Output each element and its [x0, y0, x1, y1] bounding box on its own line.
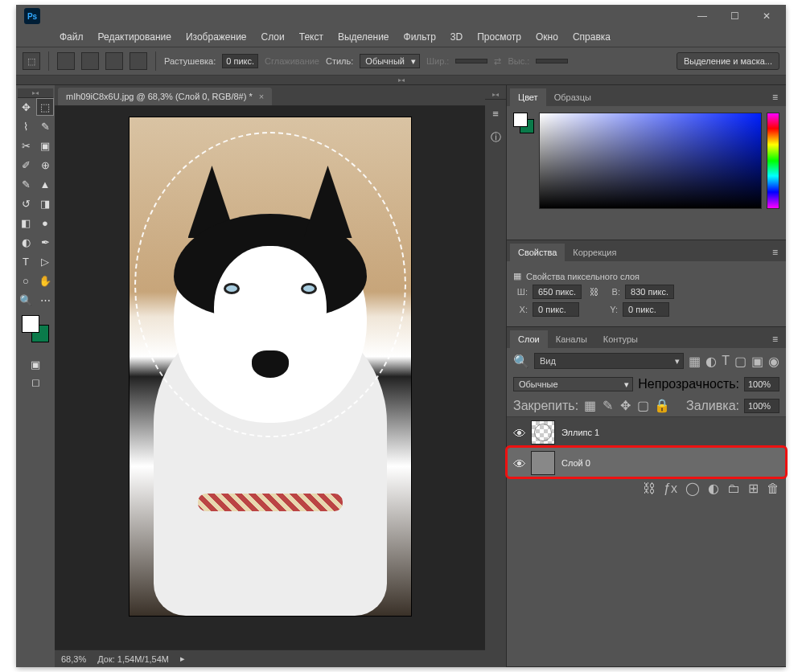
feather-input[interactable]: 0 пикс.	[222, 54, 258, 68]
tab-swatches[interactable]: Образцы	[546, 88, 599, 106]
minimize-button[interactable]: —	[686, 6, 718, 26]
color-swatches[interactable]	[22, 315, 49, 342]
screen-mode-toggle[interactable]: ◻	[27, 373, 44, 391]
tab-paths[interactable]: Контуры	[595, 330, 646, 348]
visibility-icon[interactable]: 👁	[513, 457, 524, 469]
hand-tool[interactable]: ✋	[36, 272, 54, 289]
history-brush-tool[interactable]: ↺	[17, 195, 35, 212]
filter-pixel-icon[interactable]: ▦	[689, 354, 701, 369]
zoom-level[interactable]: 68,3%	[61, 654, 86, 664]
menu-3d[interactable]: 3D	[444, 29, 469, 45]
foreground-color[interactable]	[22, 315, 39, 333]
info-panel-icon[interactable]: ⓘ	[488, 130, 503, 145]
type-tool[interactable]: T	[17, 252, 35, 270]
color-field[interactable]	[539, 113, 762, 209]
link-layers-icon[interactable]: ⛓	[643, 481, 656, 496]
options-collapse-handle[interactable]: ▸◂	[16, 76, 786, 85]
menu-window[interactable]: Окно	[529, 29, 565, 45]
quick-mask-toggle[interactable]: ▣	[27, 355, 44, 373]
panel-menu-icon[interactable]: ≡	[767, 330, 783, 348]
filter-smart-icon[interactable]: ▣	[751, 354, 763, 369]
status-menu-icon[interactable]: ▸	[180, 654, 185, 664]
selection-add-icon[interactable]	[81, 52, 99, 70]
picker-swatches[interactable]	[513, 113, 534, 133]
tab-channels[interactable]: Каналы	[548, 330, 595, 348]
maximize-button[interactable]: ☐	[718, 6, 751, 26]
brush-tool[interactable]: ✎	[17, 175, 35, 193]
tool-preset-picker[interactable]: ⬚	[23, 52, 40, 70]
selection-intersect-icon[interactable]	[130, 52, 147, 70]
fx-icon[interactable]: ƒx	[664, 481, 677, 496]
layer-name[interactable]: Эллипс 1	[561, 428, 599, 437]
group-icon[interactable]: 🗀	[727, 481, 740, 496]
menu-filter[interactable]: Фильтр	[397, 29, 442, 45]
doc-size[interactable]: Док: 1,54M/1,54M	[97, 654, 169, 664]
stamp-tool[interactable]: ▲	[36, 175, 54, 193]
menu-layers[interactable]: Слои	[255, 29, 291, 45]
visibility-icon[interactable]: 👁	[513, 427, 524, 438]
tab-properties[interactable]: Свойства	[510, 244, 565, 261]
crop-tool[interactable]: ✂	[17, 137, 35, 154]
menu-select[interactable]: Выделение	[331, 29, 396, 45]
lock-pixels-icon[interactable]: ▦	[583, 398, 596, 413]
lasso-tool[interactable]: ⌇	[17, 117, 35, 135]
filter-adjust-icon[interactable]: ◐	[705, 354, 717, 369]
close-tab-icon[interactable]: ×	[259, 92, 264, 101]
tab-adjustments[interactable]: Коррекция	[565, 244, 624, 261]
move-tool[interactable]: ✥	[17, 98, 35, 116]
opacity-input[interactable]: 100%	[744, 377, 779, 391]
menu-edit[interactable]: Редактирование	[92, 29, 178, 45]
prop-w-input[interactable]: 650 пикс.	[533, 285, 582, 299]
eyedropper-tool[interactable]: ✐	[17, 156, 35, 174]
heal-tool[interactable]: ⊕	[36, 156, 54, 174]
quick-select-tool[interactable]: ✎	[36, 117, 54, 135]
dodge-tool[interactable]: ◐	[17, 233, 35, 251]
blur-tool[interactable]: ●	[36, 214, 54, 232]
select-and-mask-button[interactable]: Выделение и маска...	[677, 52, 779, 70]
menu-view[interactable]: Просмотр	[471, 29, 528, 45]
menu-image[interactable]: Изображение	[179, 29, 253, 45]
frame-tool[interactable]: ▣	[36, 137, 54, 154]
document[interactable]	[130, 117, 411, 616]
selection-subtract-icon[interactable]	[105, 52, 123, 70]
style-select[interactable]: Обычный	[360, 54, 420, 68]
eraser-tool[interactable]: ◨	[36, 195, 54, 212]
history-panel-icon[interactable]: ≡	[488, 108, 503, 122]
prop-x-input[interactable]: 0 пикс.	[533, 302, 579, 317]
filter-shape-icon[interactable]: ▢	[734, 354, 746, 369]
canvas[interactable]	[55, 106, 485, 649]
menu-file[interactable]: Файл	[53, 29, 90, 45]
path-select-tool[interactable]: ▷	[36, 252, 54, 270]
zoom-tool[interactable]: 🔍	[17, 291, 35, 309]
adjustment-layer-icon[interactable]: ◐	[708, 481, 719, 496]
color-picker[interactable]	[513, 113, 779, 233]
panel-menu-icon[interactable]: ≡	[767, 88, 783, 106]
prop-h-input[interactable]: 830 пикс.	[625, 285, 674, 299]
menu-type[interactable]: Текст	[293, 29, 330, 45]
selection-new-icon[interactable]	[57, 52, 75, 70]
elliptical-selection[interactable]	[134, 132, 406, 437]
filter-toggle[interactable]: ◉	[768, 354, 779, 369]
blend-mode-select[interactable]: Обычные	[513, 377, 633, 391]
hue-slider[interactable]	[767, 113, 779, 209]
fill-input[interactable]: 100%	[744, 399, 779, 413]
lock-paint-icon[interactable]: ✎	[601, 398, 614, 413]
edit-toolbar[interactable]: ⋯	[36, 291, 54, 309]
filter-type-icon[interactable]: T	[722, 354, 730, 369]
new-layer-icon[interactable]: ⊞	[748, 481, 759, 496]
shape-tool[interactable]: ○	[17, 272, 35, 289]
gradient-tool[interactable]: ◧	[17, 214, 35, 232]
prop-y-input[interactable]: 0 пикс.	[623, 302, 669, 317]
panel-menu-icon[interactable]: ≡	[767, 244, 783, 261]
mask-icon[interactable]: ◯	[685, 481, 700, 496]
layer-row[interactable]: 👁 Эллипс 1	[507, 416, 786, 447]
tab-layers[interactable]: Слои	[510, 330, 548, 348]
layer-thumbnail[interactable]	[531, 420, 555, 445]
pen-tool[interactable]: ✒	[36, 233, 54, 251]
layer-filter-select[interactable]: Вид	[534, 353, 684, 369]
close-button[interactable]: ✕	[751, 6, 783, 26]
document-tab[interactable]: mIh09iC8x6U.jpg @ 68,3% (Слой 0, RGB/8#)…	[58, 88, 272, 105]
lock-all-icon[interactable]: 🔒	[654, 398, 667, 413]
menu-help[interactable]: Справка	[566, 29, 617, 45]
marquee-tool[interactable]: ⬚	[36, 98, 54, 116]
